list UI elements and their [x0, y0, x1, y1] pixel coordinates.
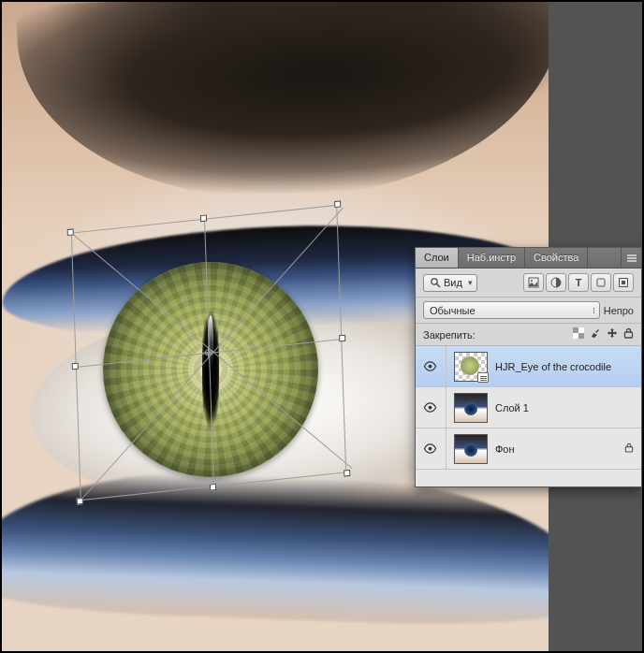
- panel-menu-button[interactable]: [621, 248, 641, 268]
- layer-filter-row: Вид ▾ T: [416, 268, 641, 297]
- search-icon: [430, 277, 441, 288]
- lock-all-button[interactable]: [623, 327, 634, 341]
- filter-type-label: Вид: [444, 277, 462, 288]
- tab-presets[interactable]: Наб.инстр: [459, 248, 525, 268]
- move-icon: [607, 327, 618, 339]
- layer-visibility-toggle[interactable]: [421, 359, 438, 373]
- eye-icon: [423, 442, 437, 456]
- layer-row[interactable]: Фон: [416, 428, 641, 470]
- filter-pixel-layers-button[interactable]: [523, 273, 544, 292]
- opacity-label: Непро: [604, 305, 634, 316]
- svg-point-13: [428, 406, 432, 410]
- layer-row[interactable]: HJR_Eye of the crocodile: [416, 346, 641, 387]
- smartobject-icon: [618, 277, 629, 288]
- layer-thumbnail[interactable]: [454, 393, 488, 423]
- chevron-updown-icon: ⁞: [593, 306, 595, 315]
- image-icon: [528, 277, 539, 288]
- svg-rect-11: [625, 332, 633, 338]
- layer-thumbnail[interactable]: [454, 352, 488, 382]
- placed-smart-object[interactable]: [103, 262, 318, 477]
- tab-layers[interactable]: Слои: [416, 248, 459, 268]
- lock-label: Закрепить:: [423, 329, 476, 341]
- layer-visibility-toggle[interactable]: [421, 442, 438, 456]
- panel-tabbar: Слои Наб.инстр Свойства: [416, 248, 641, 268]
- svg-point-3: [531, 280, 533, 282]
- layer-thumbnail[interactable]: [454, 434, 488, 464]
- checker-icon: [573, 327, 584, 339]
- chevron-down-icon: ▾: [468, 278, 473, 287]
- lock-icon: [623, 327, 634, 339]
- lock-transparent-pixels-button[interactable]: [573, 327, 584, 341]
- filter-smartobject-layers-button[interactable]: [613, 273, 634, 292]
- adjustment-icon: [550, 277, 562, 288]
- svg-rect-10: [578, 333, 584, 339]
- shape-icon: [595, 277, 607, 288]
- svg-point-14: [428, 447, 432, 451]
- layer-row[interactable]: Слой 1: [416, 387, 641, 428]
- eye-icon: [423, 400, 437, 414]
- blend-mode-dropdown[interactable]: Обычные ⁞: [423, 301, 600, 319]
- svg-point-0: [432, 279, 437, 284]
- eye-icon: [423, 359, 437, 373]
- lock-position-button[interactable]: [607, 327, 618, 341]
- svg-point-12: [428, 365, 432, 369]
- svg-rect-7: [622, 281, 625, 284]
- tab-properties[interactable]: Свойства: [525, 248, 588, 268]
- lock-image-pixels-button[interactable]: [590, 327, 601, 341]
- layer-visibility-toggle[interactable]: [421, 400, 438, 414]
- layer-name-label[interactable]: HJR_Eye of the crocodile: [495, 361, 634, 372]
- blend-opacity-row: Обычные ⁞ Непро: [416, 297, 641, 324]
- smart-object-badge-icon: [477, 372, 489, 383]
- layers-panel: Слои Наб.инстр Свойства Вид ▾ T: [415, 247, 642, 487]
- brush-icon: [590, 327, 601, 339]
- filter-shape-layers-button[interactable]: [591, 273, 611, 292]
- svg-line-1: [437, 284, 440, 287]
- filter-text-layers-button[interactable]: T: [568, 273, 589, 292]
- lock-row: Закрепить:: [416, 324, 641, 346]
- layer-filter-type-dropdown[interactable]: Вид ▾: [423, 274, 477, 292]
- svg-rect-5: [597, 279, 605, 286]
- svg-rect-15: [625, 447, 632, 452]
- lock-icon: [624, 443, 634, 455]
- layers-list: HJR_Eye of the crocodile Слой 1 Фон: [416, 346, 641, 486]
- layer-name-label[interactable]: Слой 1: [495, 402, 634, 414]
- layer-name-label[interactable]: Фон: [495, 443, 617, 455]
- blend-mode-value: Обычные: [430, 305, 476, 316]
- svg-rect-9: [573, 327, 578, 333]
- filter-adjustment-layers-button[interactable]: [546, 273, 566, 292]
